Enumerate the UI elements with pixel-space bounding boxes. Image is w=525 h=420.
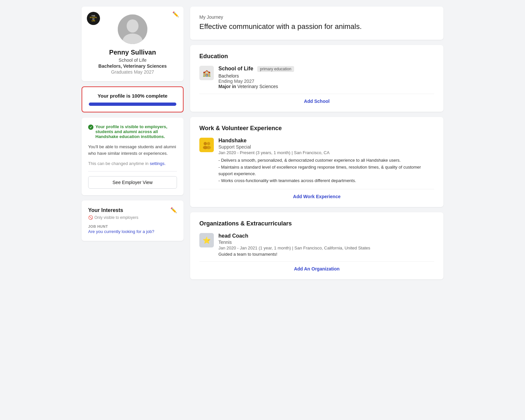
job-hunt-link[interactable]: Are you currently looking for a job?	[88, 229, 154, 234]
visibility-status: ✓ Your profile is visible to employers, …	[88, 124, 177, 139]
profile-card: THE SCHOOL OF LIFE ✏️ Penny Sullivan Sch…	[82, 7, 184, 81]
work-role: Support Special	[218, 144, 434, 150]
school-logo: THE SCHOOL OF LIFE	[87, 12, 100, 25]
org-info: head Coach Tennis Jan 2020 - Jan 2021 (1…	[218, 233, 370, 257]
interests-visibility: 🚫 Only visible to employers	[88, 215, 177, 220]
education-title: Education	[199, 53, 434, 60]
interests-header: Your Interests ✏️	[88, 207, 177, 213]
profile-grad: Graduates May 2027	[88, 69, 177, 75]
progress-bar-background	[89, 103, 176, 106]
work-company: Handshake	[218, 138, 434, 144]
edu-badge: primary education	[257, 66, 294, 72]
orgs-card: Organizations & Extracurriculars ⭐ head …	[190, 212, 443, 279]
org-desc: Guided a team to tournaments!	[218, 252, 370, 257]
journey-text: Effective communicator with a passion fo…	[199, 22, 434, 32]
work-bullets: - Delivers a smooth, personalized, & dem…	[218, 157, 434, 184]
avatar	[88, 14, 177, 44]
education-info: School of Life primary education Bachelo…	[218, 66, 294, 89]
see-employer-button[interactable]: See Employer View	[88, 176, 177, 189]
profile-edit-button[interactable]: ✏️	[172, 11, 179, 17]
edu-major: Major in Veterinary Sciences	[218, 84, 294, 89]
interests-card: Your Interests ✏️ 🚫 Only visible to empl…	[82, 200, 184, 241]
edu-degree: Bachelors	[218, 73, 294, 79]
work-info: Handshake Support Special Jan 2020 - Pre…	[218, 138, 434, 184]
profile-name: Penny Sullivan	[88, 49, 177, 56]
check-circle-icon: ✓	[88, 125, 93, 130]
settings-link[interactable]: settings.	[150, 161, 165, 166]
work-item: Handshake Support Special Jan 2020 - Pre…	[199, 138, 434, 184]
work-icon	[199, 138, 214, 152]
svg-point-3	[204, 142, 207, 145]
edu-end: Ending May 2027	[218, 79, 294, 84]
org-item: ⭐ head Coach Tennis Jan 2020 - Jan 2021 …	[199, 233, 434, 257]
progress-bar-fill	[89, 103, 176, 106]
svg-point-4	[207, 142, 210, 145]
work-card: Work & Volunteer Experience Handshake Su…	[190, 117, 443, 207]
add-org-link[interactable]: Add An Organization	[199, 261, 434, 271]
profile-school: School of Life	[88, 58, 177, 63]
visibility-description: You'll be able to message students and a…	[88, 144, 177, 156]
orgs-title: Organizations & Extracurriculars	[199, 220, 434, 227]
divider	[88, 171, 177, 172]
journey-card: My Journey Effective communicator with a…	[190, 7, 443, 40]
svg-point-6	[206, 146, 211, 149]
education-item: 🏫 School of Life primary education Bache…	[199, 66, 434, 89]
interests-edit-button[interactable]: ✏️	[170, 207, 177, 213]
edu-school-name: School of Life	[218, 66, 253, 71]
org-name: head Coach	[218, 233, 370, 239]
org-type: Tennis	[218, 240, 370, 245]
org-icon: ⭐	[199, 233, 214, 247]
journey-label: My Journey	[199, 14, 434, 20]
right-column: My Journey Effective communicator with a…	[190, 7, 443, 279]
progress-text: Your profile is 100% complete	[89, 93, 176, 99]
svg-point-1	[127, 19, 138, 33]
add-work-link[interactable]: Add Work Experience	[199, 189, 434, 199]
add-school-link[interactable]: Add School	[199, 94, 434, 104]
progress-card: Your profile is 100% complete	[82, 86, 184, 112]
settings-note: This can be changed anytime in settings.	[88, 161, 177, 166]
education-card: Education 🏫 School of Life primary educa…	[190, 45, 443, 112]
visibility-card: ✓ Your profile is visible to employers, …	[82, 118, 184, 195]
interests-title: Your Interests	[88, 207, 123, 213]
education-icon: 🏫	[199, 66, 214, 80]
work-duration: Jan 2020 - Present (3 years, 1 month) | …	[218, 150, 434, 155]
profile-degree: Bachelors, Veterinary Sciences	[88, 63, 177, 69]
left-column: THE SCHOOL OF LIFE ✏️ Penny Sullivan Sch…	[82, 7, 184, 279]
job-hunt-label: JOB HUNT	[88, 224, 177, 228]
org-duration: Jan 2020 - Jan 2021 (1 year, 1 month) | …	[218, 245, 370, 250]
work-title: Work & Volunteer Experience	[199, 125, 434, 132]
